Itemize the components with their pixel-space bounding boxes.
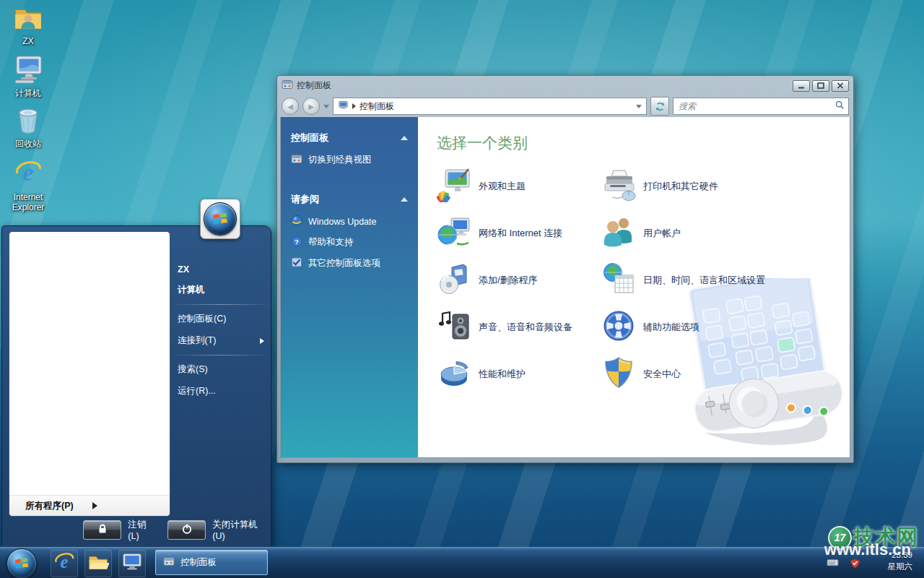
breadcrumb-segment[interactable]: 控制面板 [359,100,394,113]
desktop-icon-internet-explorer[interactable]: e Internet Explorer [4,159,52,213]
tray-input-language-icon[interactable] [827,556,839,571]
category-printers-hardware[interactable]: 打印机和其它硬件 [601,168,850,205]
quicklaunch-internet-explorer[interactable]: e [51,550,78,577]
category-performance-maintenance[interactable]: 性能和维护 [437,355,601,393]
start-button[interactable] [6,548,37,578]
submenu-arrow-icon [92,502,97,509]
forward-button[interactable]: ▶ [302,98,320,115]
sidebar-item-switch-classic-view[interactable]: 切换到经典视图 [291,153,408,167]
sidebar-item-windows-update[interactable]: Windows Update [291,215,408,228]
start-menu-item-connect-to[interactable]: 连接到(T) [176,332,266,350]
folder-icon [87,551,109,576]
category-label: 日期、时间、语言和区域设置 [643,274,765,287]
desktop-icon-recycle-bin[interactable]: 回收站 [4,105,52,149]
start-menu-footer: 注销(L) 关闭计算机(U) [2,519,271,541]
taskbar-clock[interactable]: 23:39 星期六 [888,550,913,572]
start-menu-programs-panel: 所有程序(P) [9,231,170,517]
quicklaunch-documents-folder[interactable] [84,550,112,577]
desktop-icon-label: ZX [22,36,33,46]
address-bar: ◀ ▶ 控制面板 [277,95,853,117]
category-security-center[interactable]: 安全中心 [601,355,850,393]
start-menu-item-user[interactable]: ZX [176,262,266,277]
add-remove-programs-icon [437,262,471,299]
refresh-button[interactable] [650,97,669,116]
category-label: 网络和 Internet 连接 [479,227,562,240]
security-center-icon [601,355,636,393]
start-menu-places: ZX 计算机 控制面板(C) 连接到(T) 搜索(S) 运行(R)... [176,258,266,404]
shut-down-button[interactable] [167,520,206,540]
category-label: 安全中心 [643,368,681,381]
log-off-button[interactable] [83,520,121,540]
desktop-icon-computer[interactable]: 计算机 [4,55,52,98]
sidebar-item-help-support[interactable]: ? 帮助和支持 [291,236,408,249]
start-menu-item-computer[interactable]: 计算机 [176,281,266,299]
search-icon[interactable] [834,100,845,113]
category-label: 用户帐户 [643,227,681,240]
start-menu-item-search[interactable]: 搜索(S) [176,361,266,379]
desktop-monitor-icon [121,551,143,576]
sidebar-section-see-also[interactable]: 请参阅 [291,193,408,206]
sidebar-item-label: 帮助和支持 [308,236,354,249]
quicklaunch-show-desktop[interactable] [118,550,146,577]
taskbar-button-control-panel[interactable]: 控制面板 [155,550,268,575]
separator [176,355,266,355]
control-panel-icon [282,79,293,93]
category-network-internet[interactable]: 网络和 Internet 连接 [437,215,601,252]
windows-update-icon [291,215,302,228]
separator [176,304,266,305]
start-menu-item-control-panel[interactable]: 控制面板(C) [176,310,266,328]
category-sounds-audio[interactable]: 声音、语音和音频设备 [437,309,601,346]
window-title: 控制面板 [297,79,789,92]
internet-explorer-icon: e [53,551,75,576]
search-input[interactable] [677,100,832,112]
category-add-remove-programs[interactable]: 添加/删除程序 [437,262,601,299]
user-accounts-icon [601,215,636,252]
category-grid: 外观和主题 打印机和其它硬件 网络和 Internet 连接 [437,168,850,393]
all-programs-button[interactable]: 所有程序(P) [9,495,170,516]
breadcrumb-arrow-icon [352,103,356,109]
help-icon: ? [291,236,302,249]
accessibility-icon [601,309,636,346]
close-button[interactable] [832,80,849,92]
collapse-icon [401,197,408,202]
back-button[interactable]: ◀ [282,98,299,115]
network-internet-icon [437,215,471,252]
shut-down-label[interactable]: 关闭计算机(U) [212,519,263,541]
log-off-label[interactable]: 注销(L) [128,519,154,541]
start-menu: 所有程序(P) ZX 计算机 控制面板(C) 连接到(T) 搜索(S) 运行(R… [1,225,271,548]
all-programs-label: 所有程序(P) [25,500,74,512]
watermark-badge: 17 [828,526,852,550]
address-dropdown-icon[interactable] [636,105,642,108]
recycle-bin-icon [15,105,41,137]
category-date-time-language-region[interactable]: 日期、时间、语言和区域设置 [601,262,850,299]
tray-security-shield-icon[interactable] [850,558,860,571]
minimize-button[interactable] [793,80,810,92]
sidebar-section-header: 请参阅 [291,193,319,206]
sidebar-section-control-panel[interactable]: 控制面板 [291,131,408,144]
clock-day: 星期六 [888,561,913,573]
start-menu-item-run[interactable]: 运行(R)... [176,382,266,400]
recent-programs-area [9,232,170,495]
datetime-language-region-icon [601,262,636,299]
sidebar-item-other-options[interactable]: 其它控制面板选项 [291,256,408,270]
desktop-icon-zx[interactable]: ZX [4,4,52,46]
submenu-arrow-icon [260,338,264,344]
start-menu-logo [200,199,240,239]
computer-icon [12,55,44,87]
desktop: ZX 计算机 回收站 e Internet Explorer 控制面板 [0,0,924,578]
desktop-icon-label: Internet Explorer [4,192,52,213]
maximize-button[interactable] [812,80,829,92]
internet-explorer-icon: e [14,159,43,191]
location-computer-icon [338,100,349,113]
category-user-accounts[interactable]: 用户帐户 [601,215,850,252]
recent-pages-dropdown-icon[interactable] [323,105,329,108]
control-panel-icon [163,556,175,569]
breadcrumb[interactable]: 控制面板 [333,98,647,115]
category-accessibility[interactable]: 辅助功能选项 [601,309,850,346]
taskbar: e 控制面板 23:39 星期六 [0,547,924,578]
category-label: 添加/删除程序 [479,274,538,287]
power-icon [181,523,193,537]
window-titlebar[interactable]: 控制面板 [277,76,853,95]
category-appearance-themes[interactable]: 外观和主题 [437,168,601,205]
desktop-icon-label: 回收站 [15,139,41,149]
